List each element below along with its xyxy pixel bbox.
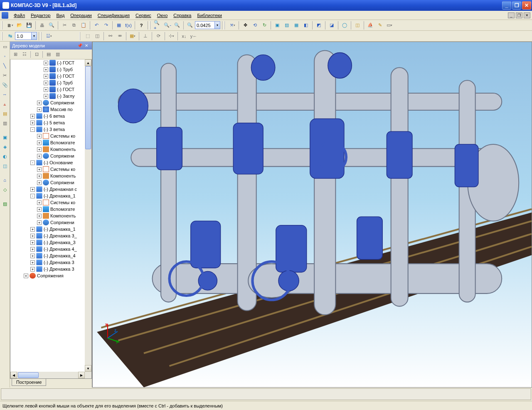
tree-expand-button[interactable]: + xyxy=(37,141,42,145)
axis-y-button[interactable]: y← xyxy=(189,32,198,41)
tree-scroll-area[interactable]: +(-) ГОСТ+(-) Труб+(-) ГОСТ+(-) Труб+(-)… xyxy=(10,59,85,372)
tree-expand-button[interactable]: + xyxy=(37,200,42,205)
tree-tab-build[interactable]: Построение xyxy=(12,379,46,386)
tree-node[interactable]: -(-) Дренажка_1 xyxy=(10,193,85,199)
tree-node[interactable]: +(-) Труб xyxy=(10,66,85,73)
tree-node[interactable]: +(-) 5 ветка xyxy=(10,119,85,126)
tree-view1-button[interactable]: ⊞ xyxy=(11,50,20,59)
panel-point-icon[interactable]: ◦ xyxy=(1,52,9,60)
scroll-thumb-horizontal[interactable] xyxy=(18,372,39,378)
tree-node[interactable]: +(-) Дренажка_4 xyxy=(10,252,85,259)
mdi-minimize-button[interactable]: _ xyxy=(508,12,515,18)
scroll-right-button[interactable]: ▶ xyxy=(78,372,85,378)
panel-feature1-icon[interactable]: ▣ xyxy=(1,133,9,141)
tree-expand-button[interactable]: - xyxy=(30,161,35,165)
panel-report-icon[interactable]: ▥ xyxy=(1,119,9,127)
simplify-button[interactable]: ◯ xyxy=(340,21,349,30)
menu-window[interactable]: Окно xyxy=(154,12,171,19)
tree-expand-button[interactable]: + xyxy=(37,207,42,212)
menu-service[interactable]: Сервис xyxy=(133,12,154,19)
panel-attach-icon[interactable]: 📎 xyxy=(1,81,9,89)
view-nohidden-button[interactable]: ▦ xyxy=(292,21,301,30)
toolbar-grip[interactable] xyxy=(79,32,82,40)
tree-node[interactable]: +(-) Заглу xyxy=(10,93,85,99)
zoom-input[interactable] xyxy=(195,21,215,29)
scale-combo[interactable]: ▾ xyxy=(15,32,37,40)
tree-expand-button[interactable]: + xyxy=(37,154,42,158)
tree-node[interactable]: +Сопряжени xyxy=(10,99,85,106)
tree-expand-button[interactable]: + xyxy=(44,67,48,72)
sketch-button[interactable]: ⬚ xyxy=(83,32,92,41)
tree-node[interactable]: +(-) ГОСТ xyxy=(10,73,85,79)
zoom-in-button[interactable]: 🔍+ xyxy=(153,21,163,30)
tree-node[interactable]: +(-) Труб xyxy=(10,79,85,86)
tree-node[interactable]: +Вспомогате xyxy=(10,139,85,146)
toolbar-grip[interactable] xyxy=(2,32,4,40)
print-button[interactable]: 🖶 xyxy=(37,21,47,30)
link-button[interactable]: ⚯ xyxy=(106,32,115,41)
tree-node[interactable]: -(-) Основание xyxy=(10,159,85,166)
tree-horizontal-scrollbar[interactable]: ◀ ▶ xyxy=(10,372,85,378)
tree-expand-button[interactable]: + xyxy=(30,240,35,245)
paste-button[interactable]: 📋 xyxy=(79,21,88,30)
tree-expand-button[interactable]: + xyxy=(30,267,35,272)
panel-spec-icon[interactable]: ▤ xyxy=(1,109,9,118)
tree-view4-button[interactable]: ▤ xyxy=(44,50,53,59)
tree-node[interactable]: +Массив по xyxy=(10,106,85,113)
tree-node[interactable]: +Системы ко xyxy=(10,199,85,206)
zoom-window-button[interactable]: 🔍 xyxy=(172,21,182,30)
step-button[interactable]: ↹ xyxy=(5,32,15,41)
panel-select-icon[interactable]: ▭ xyxy=(1,42,9,51)
tree-node[interactable]: +Компоненть xyxy=(10,212,85,219)
panel-feature3-icon[interactable]: ◐ xyxy=(1,152,9,161)
menu-view[interactable]: Вид xyxy=(53,12,67,19)
rotate-button[interactable]: ⟲ xyxy=(250,21,259,30)
toolbar-grip[interactable] xyxy=(41,32,43,40)
tree-expand-button[interactable]: + xyxy=(37,220,42,225)
sketch-copy-button[interactable]: ◫ xyxy=(93,32,102,41)
menu-specification[interactable]: Спецификация xyxy=(95,12,133,19)
menu-operations[interactable]: Операции xyxy=(67,12,94,19)
copy-button[interactable]: ⧉ xyxy=(69,21,79,30)
cut-button[interactable]: ✂ xyxy=(60,21,69,30)
tree-expand-button[interactable]: + xyxy=(37,134,42,138)
tree-expand-button[interactable]: + xyxy=(44,74,48,79)
zoom-dropdown[interactable]: ▾ xyxy=(215,21,220,29)
view-shaded-edges-button[interactable]: ◩ xyxy=(314,21,323,30)
tree-expand-button[interactable]: + xyxy=(30,121,35,125)
panel-feature2-icon[interactable]: ◈ xyxy=(1,143,9,151)
mdi-restore-button[interactable]: ❐ xyxy=(516,12,522,18)
zoom-out-button[interactable]: 🔍- xyxy=(163,21,172,30)
new-drawing-button[interactable]: ▭▾ xyxy=(385,21,394,30)
selection-filter-button[interactable]: ☳▾ xyxy=(44,32,54,41)
tree-expand-button[interactable]: + xyxy=(24,274,28,278)
tree-node[interactable]: +Системы ко xyxy=(10,133,85,139)
tree-expand-button[interactable]: + xyxy=(30,254,35,258)
tree-expand-button[interactable]: + xyxy=(30,247,35,252)
view-wireframe-button[interactable]: ▣ xyxy=(273,21,282,30)
tree-view3-button[interactable]: ⊡ xyxy=(32,50,41,59)
scroll-up-button[interactable]: ▲ xyxy=(85,59,91,66)
perspective-button[interactable]: ◪ xyxy=(327,21,336,30)
tree-expand-button[interactable]: + xyxy=(44,94,48,99)
tree-expand-button[interactable]: + xyxy=(37,214,42,218)
toolbar-grip[interactable] xyxy=(150,21,152,30)
mdi-close-button[interactable]: ✕ xyxy=(524,12,530,18)
tree-expand-button[interactable]: + xyxy=(37,107,42,112)
view-shaded-button[interactable]: ◧ xyxy=(301,21,310,30)
tree-node[interactable]: +(-) Дренажка 3 xyxy=(10,266,85,272)
panel-line-icon[interactable]: ╲ xyxy=(1,62,9,70)
tree-expand-button[interactable]: - xyxy=(30,127,35,132)
menu-libraries[interactable]: Библиотеки xyxy=(194,12,225,19)
tree-expand-button[interactable]: + xyxy=(37,174,42,178)
tree-node[interactable]: +Сопряжения xyxy=(10,272,85,279)
tree-node[interactable]: +(-) Дренажка_3 xyxy=(10,239,85,246)
scroll-down-button[interactable]: ▼ xyxy=(85,365,91,372)
tree-node[interactable]: -(-) 3 ветка xyxy=(10,126,85,133)
menu-help[interactable]: Справка xyxy=(170,12,194,19)
menu-file[interactable]: Файл xyxy=(11,12,28,19)
tree-view2-button[interactable]: ☷ xyxy=(20,50,29,59)
tree-expand-button[interactable]: - xyxy=(30,194,35,198)
maximize-button[interactable]: ❐ xyxy=(512,1,521,10)
panel-lib-icon[interactable]: ◇ xyxy=(1,185,9,194)
